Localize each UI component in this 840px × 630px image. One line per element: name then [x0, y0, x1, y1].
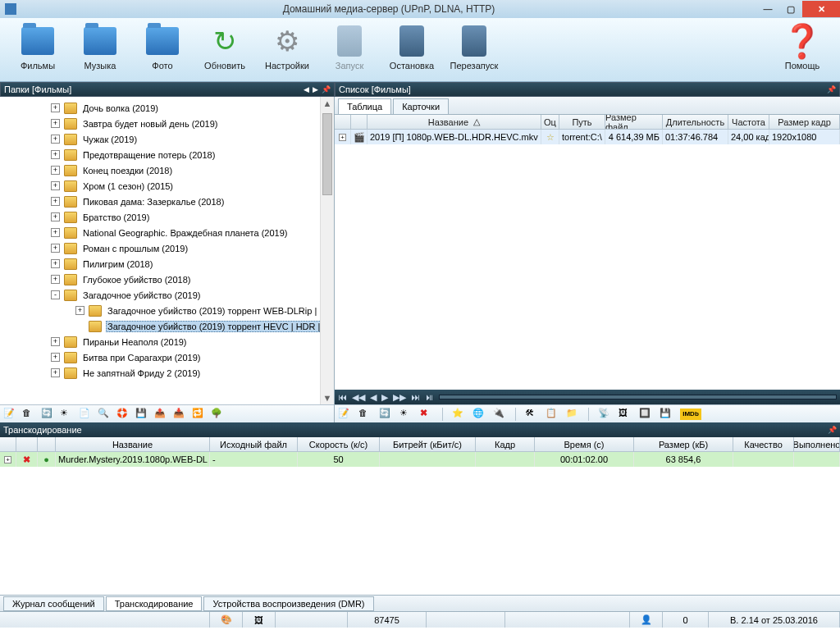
tcol-name[interactable]: Название [56, 437, 210, 451]
panel-nav-prev-icon[interactable]: ◀ [304, 85, 309, 94]
expander-icon[interactable]: + [51, 119, 60, 128]
toolbar-photo[interactable]: Фото [131, 21, 194, 79]
cancel-icon[interactable]: ✖ [16, 452, 38, 467]
tree-item[interactable]: +Дочь волка (2019) [0, 100, 334, 116]
tab-dmr[interactable]: Устройства воспроизведения (DMR) [203, 596, 373, 611]
row-expander[interactable]: + [335, 130, 351, 144]
tcol-bitrate[interactable]: Битрейт (кБит/с) [380, 437, 476, 451]
column-path[interactable]: Путь [559, 115, 605, 129]
tab-transcoding[interactable]: Транскодирование [106, 596, 203, 611]
tree-item[interactable]: +Завтра будет новый день (2019) [0, 116, 334, 131]
tab-cards[interactable]: Карточки [393, 98, 449, 114]
first-icon[interactable]: ⏮ [338, 392, 347, 402]
edit-icon[interactable]: 📝 [3, 408, 16, 421]
row-expander[interactable]: + [0, 452, 16, 467]
expander-icon[interactable]: + [51, 103, 60, 112]
jump-icon[interactable]: ⏯ [425, 392, 434, 402]
imdb-button[interactable]: IMDb [680, 409, 701, 420]
sun-icon[interactable]: ☀ [399, 408, 413, 421]
expander-icon[interactable]: + [51, 259, 60, 268]
tree-item[interactable]: +Хром (1 сезон) (2015) [0, 178, 334, 194]
tools-icon[interactable]: 🛠 [525, 408, 538, 421]
folder-tree[interactable]: +Дочь волка (2019)+Завтра будет новый де… [0, 97, 334, 404]
toolbar-restart[interactable]: Перезапуск [443, 21, 505, 79]
panel-pin-icon[interactable]: 📌 [828, 426, 837, 434]
next-icon[interactable]: ▶ [381, 392, 388, 403]
expander-icon[interactable]: + [51, 368, 60, 377]
tcol-time[interactable]: Время (с) [535, 437, 634, 451]
expander-icon[interactable]: + [51, 135, 60, 144]
list-icon[interactable]: 📋 [546, 408, 559, 421]
refresh-icon[interactable]: 🔄 [379, 408, 392, 421]
star-icon[interactable]: ☆ [541, 130, 559, 144]
expander-icon[interactable]: + [51, 181, 60, 190]
image-icon[interactable]: 🖼 [619, 408, 632, 421]
tcol-src[interactable]: Исходный файл [210, 437, 298, 451]
panel-pin-icon[interactable]: 📌 [322, 85, 331, 94]
tree-scrollbar[interactable]: ▲ ▼ [320, 97, 334, 404]
expander-icon[interactable]: - [51, 290, 60, 299]
column-rating[interactable]: Оц [541, 115, 559, 129]
tree-item[interactable]: +Пираньи Неаполя (2019) [0, 334, 334, 349]
tree-item[interactable]: +Не запятнай Фриду 2 (2019) [0, 365, 334, 381]
expander-icon[interactable]: + [51, 275, 60, 284]
column-name[interactable]: Название △ [368, 115, 541, 129]
toolbar-start[interactable]: Запуск [318, 21, 381, 79]
tree-item[interactable]: +Загадочное убийство (2019) торрент WEB-… [0, 303, 334, 318]
expander-icon[interactable]: + [51, 150, 60, 159]
scroll-down-icon[interactable]: ▼ [321, 391, 334, 404]
expander-icon[interactable]: + [75, 306, 84, 315]
tcol-speed[interactable]: Скорость (к/с) [298, 437, 380, 451]
expander-icon[interactable]: + [51, 197, 60, 206]
tree-item[interactable]: +Предотвращение потерь (2018) [0, 147, 334, 162]
tree-item[interactable]: +Конец поездки (2018) [0, 162, 334, 178]
tree-item[interactable]: +National Geographic. Враждебная планета… [0, 225, 334, 240]
close-button[interactable]: ✕ [802, 1, 840, 17]
tcol-done[interactable]: Выполнено [794, 437, 840, 451]
sun-icon[interactable]: ☀ [60, 408, 73, 421]
maximize-button[interactable]: ▢ [779, 1, 802, 17]
tree-item[interactable]: +Глубокое убийство (2018) [0, 272, 334, 287]
tree-item[interactable]: +Пилигрим (2018) [0, 256, 334, 272]
tcol-quality[interactable]: Качество [733, 437, 794, 451]
expander-icon[interactable]: + [51, 353, 60, 362]
toolbar-settings[interactable]: ⚙Настройки [256, 21, 318, 79]
toolbar-music[interactable]: Музыка [69, 21, 131, 79]
scroll-thumb[interactable] [322, 113, 332, 195]
tree-icon[interactable]: 🌳 [211, 408, 224, 421]
tab-table[interactable]: Таблица [338, 98, 391, 114]
toolbar-refresh[interactable]: ↻Обновить [194, 21, 256, 79]
forward-icon[interactable]: ▶▶ [393, 392, 406, 403]
tcol-size[interactable]: Размер (кБ) [634, 437, 733, 451]
expander-icon[interactable]: + [51, 166, 60, 175]
status-person-icon[interactable]: 👤 [630, 612, 663, 628]
delete-icon[interactable]: 🗑 [22, 408, 35, 421]
globe-icon[interactable]: 🌐 [472, 408, 486, 421]
tree-item[interactable]: -Загадочное убийство (2019) [0, 287, 334, 303]
list-row[interactable]: + 🎬 2019 [П] 1080p.WEB-DL.HDR.HEVC.mkv ☆… [335, 130, 840, 144]
tcol-frame[interactable]: Кадр [476, 437, 535, 451]
rewind-icon[interactable]: ◀◀ [352, 392, 365, 403]
save-icon[interactable]: 💾 [660, 408, 673, 421]
tree-item[interactable]: +Битва при Сарагахри (2019) [0, 349, 334, 365]
prev-icon[interactable]: ◀ [370, 392, 377, 403]
panel-pin-icon[interactable]: 📌 [827, 85, 836, 94]
expander-icon[interactable]: + [51, 244, 60, 253]
expander-icon[interactable]: + [51, 337, 60, 346]
column-size[interactable]: Размер файл [605, 115, 663, 129]
help-icon[interactable]: 🛟 [116, 408, 130, 421]
delete-icon[interactable]: ✖ [420, 408, 433, 421]
transcoding-row[interactable]: + ✖ ● Murder.Mystery.2019.1080p.WEB-DL -… [0, 452, 840, 467]
export-icon[interactable]: 📤 [154, 408, 167, 421]
tree-item[interactable]: Загадочное убийство (2019) торрент HEVC … [0, 318, 334, 334]
tree-item[interactable]: +Братство (2019) [0, 209, 334, 225]
toolbar-help[interactable]: ❓Помощь [771, 21, 833, 79]
column-frequency[interactable]: Частота [728, 115, 769, 129]
status-color-icon[interactable]: 🎨 [210, 612, 243, 628]
plugin-icon[interactable]: 🔌 [493, 408, 506, 421]
tree-item[interactable]: +Чужак (2019) [0, 131, 334, 147]
text-icon[interactable]: 📄 [79, 408, 92, 421]
broadcast-icon[interactable]: 📡 [598, 408, 611, 421]
expander-icon[interactable]: + [51, 228, 60, 237]
scroll-up-icon[interactable]: ▲ [321, 97, 334, 110]
